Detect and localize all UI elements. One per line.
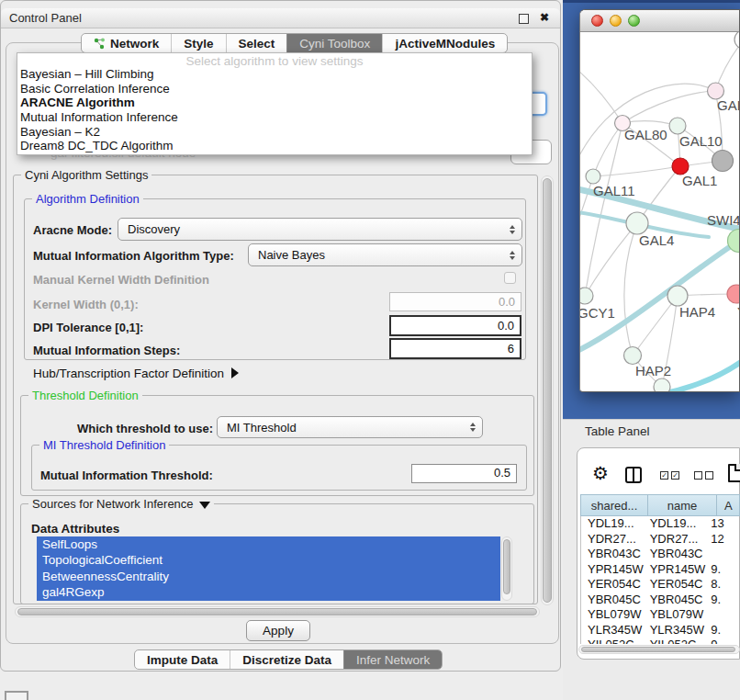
- select-all-icon[interactable]: ✓✓: [660, 471, 679, 480]
- network-canvas[interactable]: GALGAL80GAL10GAL1GAL11SWI4GAL4GCY1HAP4YH…: [580, 31, 740, 392]
- table-cell: 13: [706, 516, 740, 532]
- deselect-all-icon[interactable]: [694, 471, 713, 480]
- node-label: HAP4: [679, 304, 715, 320]
- table-cell: 9.: [706, 562, 740, 578]
- float-window-icon[interactable]: [519, 14, 529, 24]
- which-threshold-combobox[interactable]: MI Threshold: [217, 416, 483, 438]
- algorithm-option[interactable]: Basic Correlation Inference: [17, 82, 532, 96]
- network-node[interactable]: [712, 151, 734, 172]
- node-label: HAP2: [635, 363, 671, 378]
- expand-arrow-icon[interactable]: [231, 367, 239, 378]
- algorithm-option[interactable]: Dream8 DC_TDC Algorithm: [17, 139, 532, 153]
- node-label: GAL80: [624, 127, 667, 142]
- table-row[interactable]: YLR345WYLR345W9.: [581, 623, 740, 638]
- algorithm-option[interactable]: Bayesian – K2: [17, 125, 532, 140]
- network-node-hap2[interactable]: [624, 347, 642, 365]
- apply-button[interactable]: Apply: [246, 620, 310, 641]
- node-label: GAL10: [679, 133, 723, 149]
- aracne-mode-value: Discovery: [128, 222, 180, 236]
- corner-widget: [5, 691, 28, 700]
- table-row[interactable]: YBL079WYBL079W: [581, 607, 740, 623]
- mi-type-combobox[interactable]: Naive Bayes: [248, 243, 522, 266]
- table-row[interactable]: YDL19...YDL19...13: [581, 516, 740, 532]
- column-header-partial[interactable]: A: [717, 494, 740, 516]
- network-node-gal4[interactable]: [626, 212, 648, 234]
- settings-vertical-scrollbar-thumb[interactable]: [543, 178, 552, 603]
- aracne-mode-label: Aracne Mode:: [33, 223, 112, 237]
- tab-network[interactable]: Network: [82, 34, 171, 52]
- tab-style[interactable]: Style: [171, 34, 225, 52]
- mi-steps-input[interactable]: 6: [389, 338, 521, 359]
- network-node-gal10[interactable]: [669, 118, 686, 134]
- algorithm-dropdown-popup: Select algorithm to view settings Bayesi…: [17, 52, 533, 155]
- tab-jactivemnodules[interactable]: jActiveMNodules: [382, 34, 507, 52]
- attributes-scrollbar-thumb[interactable]: [503, 539, 510, 594]
- kernel-width-input[interactable]: 0.0: [389, 292, 521, 311]
- dpi-tolerance-input[interactable]: 0.0: [389, 315, 521, 336]
- network-node-y[interactable]: [727, 285, 740, 303]
- tab-infer-network[interactable]: Infer Network: [343, 650, 442, 669]
- columns-icon[interactable]: [625, 467, 642, 483]
- checked-box-icon: ✓: [671, 471, 679, 480]
- attributes-scrollbar[interactable]: [501, 536, 512, 601]
- table-row[interactable]: YER054CYER054C8.: [581, 577, 740, 593]
- settings-horizontal-scrollbar-thumb[interactable]: [17, 608, 537, 615]
- gear-icon[interactable]: ⚙: [592, 464, 609, 482]
- table-row[interactable]: YIL052CYIL052C9: [581, 638, 740, 644]
- network-node[interactable]: [734, 31, 740, 49]
- table-cell: YDR27...: [581, 532, 644, 548]
- table-cell: YBR045C: [644, 593, 707, 608]
- table-row[interactable]: YBR043CYBR043C: [581, 547, 740, 562]
- column-header-name[interactable]: name: [648, 494, 717, 516]
- hub-definition-toggle[interactable]: Hub/Transcription Factor Definition: [33, 367, 239, 380]
- table-row[interactable]: YBR045CYBR045C9.: [581, 593, 740, 608]
- threshold-definition-title: Threshold Definition: [28, 389, 142, 402]
- table-horizontal-scrollbar[interactable]: [578, 645, 740, 654]
- node-label: SWI4: [707, 212, 740, 228]
- table-row[interactable]: YPR145WYPR145W9.: [581, 562, 740, 578]
- tab-cyni-toolbox[interactable]: Cyni Toolbox: [286, 34, 382, 52]
- table-row[interactable]: YDR27...YDR27...12: [581, 532, 740, 548]
- algorithm-option[interactable]: Bayesian – Hill Climbing: [17, 67, 532, 82]
- tab-impute-data[interactable]: Impute Data: [135, 650, 230, 669]
- manual-kernel-width-checkbox[interactable]: [504, 272, 516, 284]
- mac-minimize-button[interactable]: [610, 15, 622, 27]
- network-node[interactable]: [654, 378, 670, 392]
- mi-threshold-input[interactable]: 0.5: [411, 464, 517, 483]
- data-attribute-item[interactable]: BetweennessCentrality: [37, 569, 500, 584]
- table-cell: YIL052C: [644, 638, 707, 644]
- table-cell: YBR043C: [581, 547, 644, 562]
- settings-vertical-scrollbar[interactable]: [541, 175, 554, 605]
- algorithm-option[interactable]: Mutual Information Inference: [17, 110, 532, 125]
- mac-zoom-button[interactable]: [628, 15, 640, 27]
- data-attribute-item[interactable]: TopologicalCoefficient: [37, 552, 500, 568]
- data-attribute-item[interactable]: gal4RGexp: [37, 584, 500, 600]
- tab-impute-data-label: Impute Data: [147, 653, 218, 667]
- collapse-arrow-icon[interactable]: [199, 502, 210, 509]
- network-node-hap4[interactable]: [667, 286, 688, 306]
- data-attribute-item[interactable]: SelfLoops: [37, 536, 500, 552]
- algorithm-option[interactable]: ARACNE Algorithm: [17, 96, 532, 110]
- aracne-mode-combobox[interactable]: Discovery: [118, 218, 522, 241]
- column-header-shared[interactable]: shared...: [580, 494, 648, 516]
- network-edge: [585, 223, 637, 296]
- tab-style-label: Style: [184, 37, 213, 51]
- table-cell: YPR145W: [644, 562, 707, 578]
- checked-box-icon: ✓: [660, 471, 668, 480]
- manual-kernel-width-label: Manual Kernel Width Definition: [33, 273, 209, 287]
- network-edge: [580, 176, 593, 235]
- close-icon[interactable]: ✖: [540, 11, 549, 24]
- table-cell: 12: [706, 532, 740, 548]
- tab-select[interactable]: Select: [226, 34, 287, 52]
- settings-horizontal-scrollbar[interactable]: [15, 606, 540, 617]
- tab-discretize-data[interactable]: Discretize Data: [230, 650, 343, 669]
- node-label: GAL11: [593, 183, 635, 198]
- file-icon[interactable]: [728, 464, 740, 482]
- network-node-gcy1[interactable]: [580, 288, 593, 304]
- mac-close-button[interactable]: [591, 15, 603, 27]
- table-cell: YDR27...: [644, 532, 707, 548]
- table-horizontal-scrollbar-thumb[interactable]: [581, 647, 735, 652]
- unchecked-box-icon: [694, 471, 702, 480]
- table-cell: YBL079W: [581, 607, 644, 623]
- network-node-gal11[interactable]: [586, 169, 600, 184]
